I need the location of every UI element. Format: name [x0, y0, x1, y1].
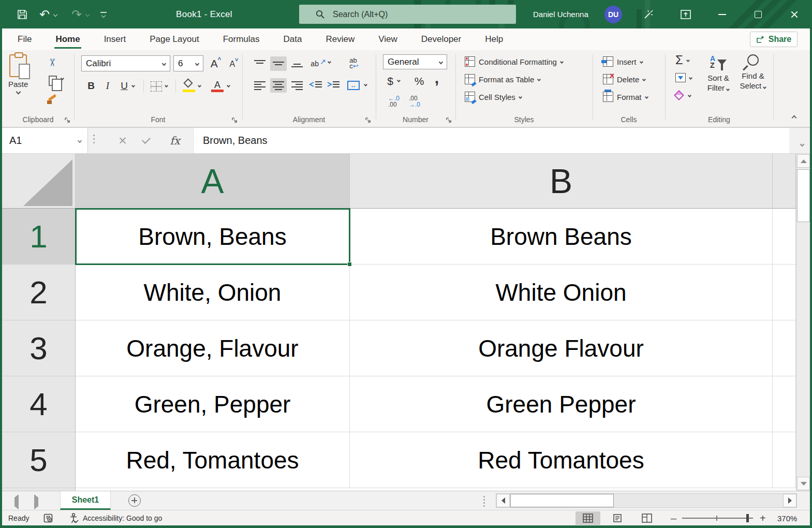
italic-button[interactable]: I — [102, 78, 113, 94]
formula-input[interactable]: Brown, Beans — [193, 128, 789, 153]
undo-dropdown-icon[interactable] — [54, 0, 57, 28]
row-header-3[interactable]: 3 — [2, 320, 76, 376]
cell-b3[interactable]: Orange Flavour — [350, 320, 773, 376]
middle-align-button[interactable] — [270, 56, 287, 71]
cell-c1-partial[interactable] — [773, 209, 796, 265]
font-color-button[interactable]: A — [210, 78, 225, 94]
fill-color-button[interactable] — [182, 78, 196, 94]
cell-a2[interactable]: White, Onion — [76, 265, 350, 320]
zoom-slider-handle[interactable] — [746, 514, 749, 522]
zoom-out-button[interactable]: – — [671, 510, 676, 526]
collapse-ribbon-icon[interactable] — [788, 112, 800, 123]
grow-font-button[interactable]: A˄ — [208, 55, 224, 71]
tab-view[interactable]: View — [376, 28, 400, 50]
font-family-select[interactable]: Calibri — [81, 55, 170, 71]
name-box-dropdown-icon[interactable] — [78, 138, 82, 142]
increase-indent-button[interactable] — [325, 78, 342, 93]
increase-decimal-button[interactable]: ←.0.00 — [385, 94, 403, 109]
clipboard-dialog-launcher-icon[interactable] — [64, 117, 71, 124]
accounting-dropdown-icon[interactable] — [397, 79, 400, 82]
wrap-text-button[interactable]: ab c↩ — [345, 54, 363, 72]
redo-icon[interactable]: ↷ — [69, 0, 84, 28]
cell-b5[interactable]: Red Tomantoes — [350, 432, 773, 488]
sheet-tab-sheet1[interactable]: Sheet1 — [60, 491, 111, 510]
alignment-dialog-launcher-icon[interactable] — [365, 117, 372, 124]
clear-button[interactable] — [675, 92, 691, 99]
close-button[interactable] — [783, 0, 806, 28]
cell-b1[interactable]: Brown Beans — [350, 209, 773, 265]
orientation-dropdown-icon[interactable] — [328, 61, 331, 63]
macro-record-icon[interactable] — [43, 510, 53, 526]
zoom-in-button[interactable]: + — [760, 510, 766, 526]
percent-style-button[interactable]: % — [412, 74, 426, 89]
column-header-partial[interactable] — [773, 154, 796, 209]
fill-color-dropdown-icon[interactable] — [198, 84, 201, 87]
accessibility-status[interactable]: Accessibility: Good to go — [69, 510, 162, 526]
tab-developer[interactable]: Developer — [419, 28, 464, 50]
borders-dropdown-icon[interactable] — [165, 84, 168, 87]
merge-center-button[interactable]: ↔ — [345, 78, 362, 93]
underline-dropdown-icon[interactable] — [132, 84, 135, 87]
maximize-button[interactable] — [746, 0, 770, 28]
column-header-a[interactable]: A — [76, 154, 350, 209]
name-box[interactable]: A1 — [2, 128, 88, 153]
row-header-1[interactable]: 1 — [2, 209, 76, 265]
user-name[interactable]: Daniel Uchenna — [533, 0, 588, 28]
tab-formulas[interactable]: Formulas — [221, 28, 262, 50]
align-left-button[interactable] — [252, 78, 268, 93]
zoom-slider[interactable] — [682, 518, 753, 519]
vertical-scrollbar[interactable] — [796, 154, 810, 491]
page-layout-view-button[interactable] — [605, 511, 630, 525]
align-right-button[interactable] — [289, 78, 305, 93]
center-button[interactable] — [270, 78, 287, 93]
tab-bar-gripper[interactable] — [483, 496, 485, 507]
scroll-left-icon[interactable] — [496, 494, 510, 507]
search-input[interactable]: Search (Alt+Q) — [299, 5, 516, 24]
cell-b4[interactable]: Green Pepper — [350, 376, 773, 432]
tab-page-layout[interactable]: Page Layout — [147, 28, 201, 50]
sort-filter-button[interactable]: AZ Sort & Filter — [702, 55, 734, 93]
undo-icon[interactable]: ↶ — [37, 0, 52, 28]
cell-c3-partial[interactable] — [773, 320, 796, 376]
column-header-b[interactable]: B — [350, 154, 773, 209]
font-color-dropdown-icon[interactable] — [227, 84, 230, 87]
scroll-right-icon[interactable] — [783, 494, 796, 507]
copy-dropdown-icon[interactable] — [61, 77, 64, 80]
whats-new-wand-icon[interactable] — [641, 0, 656, 28]
tab-review[interactable]: Review — [323, 28, 357, 50]
bottom-align-button[interactable] — [289, 56, 305, 71]
horizontal-scrollbar[interactable] — [496, 493, 797, 508]
formula-bar-gripper[interactable] — [93, 135, 95, 143]
cut-button[interactable]: ✂ — [46, 56, 59, 69]
avatar[interactable]: DU — [604, 0, 622, 28]
comma-style-button[interactable]: , — [432, 71, 442, 85]
redo-dropdown-icon[interactable] — [86, 0, 89, 28]
insert-function-button[interactable]: fx — [164, 128, 186, 153]
expand-formula-bar-icon[interactable] — [801, 139, 804, 148]
cancel-button[interactable] — [112, 128, 132, 153]
cell-a3[interactable]: Orange, Flavour — [76, 320, 350, 376]
autosum-button[interactable]: Σ — [675, 54, 689, 66]
cell-c5-partial[interactable] — [773, 432, 796, 488]
vertical-scroll-thumb[interactable] — [797, 169, 810, 222]
fill-handle[interactable] — [347, 262, 352, 267]
font-size-select[interactable]: 6 — [173, 55, 203, 71]
format-cells-button[interactable]: Format — [603, 92, 648, 102]
top-align-button[interactable] — [252, 56, 268, 71]
number-format-select[interactable]: General — [383, 54, 447, 69]
underline-button[interactable]: U — [117, 78, 131, 94]
save-icon[interactable] — [14, 0, 30, 28]
tab-data[interactable]: Data — [282, 28, 304, 50]
format-painter-button[interactable] — [46, 94, 60, 106]
delete-cells-button[interactable]: ✕ Delete — [603, 74, 645, 84]
next-sheet-icon[interactable] — [34, 497, 38, 507]
paste-button[interactable]: Paste — [8, 54, 28, 94]
cell-c4-partial[interactable] — [773, 376, 796, 432]
cell-a5[interactable]: Red, Tomantoes — [76, 432, 350, 488]
decrease-decimal-button[interactable]: .00→.0 — [406, 94, 423, 109]
enter-button[interactable] — [136, 128, 156, 153]
horizontal-scroll-thumb[interactable] — [510, 494, 614, 507]
row-header-5[interactable]: 5 — [2, 432, 76, 488]
bold-button[interactable]: B — [84, 78, 98, 94]
zoom-level[interactable]: 370% — [777, 510, 797, 526]
